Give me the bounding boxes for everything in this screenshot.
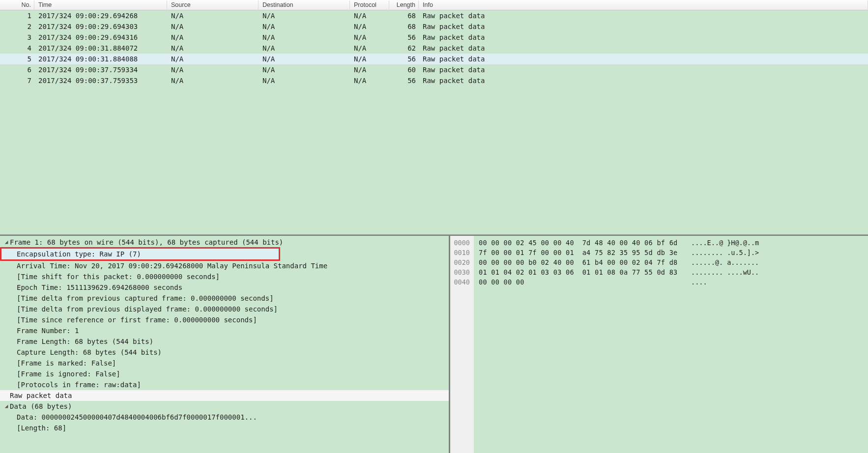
- tree-label: [Length: 68]: [17, 423, 66, 433]
- col-header-time[interactable]: Time: [34, 0, 167, 9]
- cell: N/A: [167, 77, 259, 85]
- hex-offset: 0040: [450, 277, 474, 287]
- tree-label: Encapsulation type: Raw IP (7): [17, 249, 141, 259]
- cell: N/A: [259, 44, 350, 52]
- cell: 56: [389, 33, 419, 41]
- cell: N/A: [259, 66, 350, 74]
- hex-line[interactable]: 00 00 00 00 b0 02 40 00 61 b4 00 00 02 0…: [479, 257, 864, 267]
- col-header-proto[interactable]: Protocol: [350, 0, 389, 9]
- tree-data-value[interactable]: Data: 000000024500000407d4840004006bf6d7…: [0, 412, 449, 423]
- hex-offset: 0020: [450, 257, 474, 267]
- cell: N/A: [259, 33, 350, 41]
- col-header-dst[interactable]: Destination: [259, 0, 350, 9]
- hex-line[interactable]: 7f 00 00 01 7f 00 00 01 a4 75 82 35 95 5…: [479, 248, 864, 257]
- cell: N/A: [167, 55, 259, 63]
- tree-label: Epoch Time: 1511139629.694268000 seconds: [17, 282, 182, 293]
- cell: 5: [0, 55, 34, 63]
- packet-list-header[interactable]: No. Time Source Destination Protocol Len…: [0, 0, 868, 10]
- tree-raw-packet[interactable]: Raw packet data: [0, 390, 449, 401]
- cell: Raw packet data: [419, 55, 868, 63]
- tree-delta-captured[interactable]: [Time delta from previous captured frame…: [0, 293, 449, 304]
- cell: 2017/324 09:00:37.759353: [34, 77, 167, 85]
- cell: 56: [389, 55, 419, 63]
- details-tree: ◢ Frame 1: 68 bytes on wire (544 bits), …: [0, 236, 449, 433]
- col-header-len[interactable]: Length: [389, 0, 419, 9]
- cell: Raw packet data: [419, 12, 868, 20]
- cell: Raw packet data: [419, 66, 868, 74]
- tree-label: Frame Length: 68 bytes (544 bits): [17, 336, 153, 347]
- tree-capture-length[interactable]: Capture Length: 68 bytes (544 bits): [0, 347, 449, 358]
- tree-frame-number[interactable]: Frame Number: 1: [0, 325, 449, 336]
- tree-since-ref[interactable]: [Time since reference or first frame: 0.…: [0, 314, 449, 325]
- col-header-no[interactable]: No.: [0, 0, 34, 9]
- hex-pane[interactable]: 00000010002000300040 00 00 00 02 45 00 0…: [450, 236, 868, 453]
- cell: 2017/324 09:00:31.884088: [34, 55, 167, 63]
- cell: Raw packet data: [419, 44, 868, 52]
- tree-frame-ignored[interactable]: [Frame is ignored: False]: [0, 368, 449, 379]
- tree-frame-marked[interactable]: [Frame is marked: False]: [0, 358, 449, 368]
- tree-time-shift[interactable]: [Time shift for this packet: 0.000000000…: [0, 271, 449, 282]
- tree-data-length[interactable]: [Length: 68]: [0, 423, 449, 433]
- packet-row[interactable]: 12017/324 09:00:29.694268N/AN/AN/A68Raw …: [0, 10, 868, 21]
- tree-encapsulation[interactable]: Encapsulation type: Raw IP (7): [0, 247, 280, 261]
- hex-offset: 0030: [450, 267, 474, 277]
- tree-label: [Protocols in frame: raw:data]: [17, 379, 141, 390]
- hex-ascii-span: ....E..@ }H@.@..m: [685, 238, 759, 248]
- cell: 62: [389, 44, 419, 52]
- packet-list-body[interactable]: 12017/324 09:00:29.694268N/AN/AN/A68Raw …: [0, 10, 868, 234]
- packet-list-pane: No. Time Source Destination Protocol Len…: [0, 0, 868, 235]
- tree-label: [Frame is ignored: False]: [17, 368, 120, 379]
- hex-bytes-span: 7f 00 00 01 7f 00 00 01 a4 75 82 35 95 5…: [479, 248, 685, 257]
- cell: 68: [389, 23, 419, 30]
- cell: N/A: [350, 12, 389, 20]
- cell: N/A: [350, 77, 389, 85]
- hex-offset: 0010: [450, 248, 474, 257]
- cell: N/A: [259, 12, 350, 20]
- tree-label: Data (68 bytes): [10, 401, 72, 412]
- cell: N/A: [167, 44, 259, 52]
- cell: N/A: [167, 12, 259, 20]
- app-root: No. Time Source Destination Protocol Len…: [0, 0, 868, 453]
- packet-row[interactable]: 32017/324 09:00:29.694316N/AN/AN/A56Raw …: [0, 32, 868, 43]
- col-header-src[interactable]: Source: [167, 0, 259, 9]
- cell: N/A: [350, 55, 389, 63]
- packet-row[interactable]: 72017/324 09:00:37.759353N/AN/AN/A56Raw …: [0, 75, 868, 86]
- expand-icon[interactable]: ◢: [3, 237, 10, 248]
- cell: 2017/324 09:00:29.694316: [34, 33, 167, 41]
- cell: 3: [0, 33, 34, 41]
- hex-line[interactable]: 01 01 04 02 01 03 03 06 01 01 08 0a 77 5…: [479, 267, 864, 277]
- tree-arrival-time[interactable]: Arrival Time: Nov 20, 2017 09:00:29.6942…: [0, 260, 449, 271]
- tree-frame-header[interactable]: ◢ Frame 1: 68 bytes on wire (544 bits), …: [0, 237, 449, 248]
- hex-offsets: 00000010002000300040: [450, 236, 474, 453]
- tree-frame-length[interactable]: Frame Length: 68 bytes (544 bits): [0, 336, 449, 347]
- tree-protocols[interactable]: [Protocols in frame: raw:data]: [0, 379, 449, 390]
- tree-epoch[interactable]: Epoch Time: 1511139629.694268000 seconds: [0, 282, 449, 293]
- packet-row[interactable]: 22017/324 09:00:29.694303N/AN/AN/A68Raw …: [0, 21, 868, 32]
- cell: 68: [389, 12, 419, 20]
- cell: 7: [0, 77, 34, 85]
- cell: N/A: [167, 33, 259, 41]
- hex-bytes-span: 00 00 00 00: [479, 277, 685, 287]
- packet-details-pane[interactable]: ◢ Frame 1: 68 bytes on wire (544 bits), …: [0, 236, 450, 453]
- cell: N/A: [259, 55, 350, 63]
- hex-line[interactable]: 00 00 00 00....: [479, 277, 864, 287]
- packet-row[interactable]: 62017/324 09:00:37.759334N/AN/AN/A60Raw …: [0, 64, 868, 75]
- tree-label: [Time delta from previous displayed fram…: [17, 304, 278, 314]
- cell: Raw packet data: [419, 33, 868, 41]
- hex-bytes-span: 00 00 00 02 45 00 00 40 7d 48 40 00 40 0…: [479, 238, 685, 248]
- hex-bytes[interactable]: 00 00 00 02 45 00 00 40 7d 48 40 00 40 0…: [474, 236, 868, 453]
- hex-ascii-span: ........ .u.5.].>: [685, 248, 759, 257]
- cell: Raw packet data: [419, 23, 868, 30]
- hex-line[interactable]: 00 00 00 02 45 00 00 40 7d 48 40 00 40 0…: [479, 238, 864, 248]
- cell: N/A: [259, 77, 350, 85]
- tree-label: [Frame is marked: False]: [17, 358, 116, 368]
- hex-bytes-span: 00 00 00 00 b0 02 40 00 61 b4 00 00 02 0…: [479, 257, 685, 267]
- packet-row[interactable]: 52017/324 09:00:31.884088N/AN/AN/A56Raw …: [0, 54, 868, 64]
- tree-data-header[interactable]: ◢ Data (68 bytes): [0, 401, 449, 412]
- expand-icon[interactable]: ◢: [3, 401, 10, 412]
- cell: N/A: [350, 66, 389, 74]
- packet-row[interactable]: 42017/324 09:00:31.884072N/AN/AN/A62Raw …: [0, 43, 868, 54]
- tree-delta-displayed[interactable]: [Time delta from previous displayed fram…: [0, 304, 449, 314]
- col-header-info[interactable]: Info: [419, 0, 868, 9]
- hex-ascii-span: ....: [685, 277, 707, 287]
